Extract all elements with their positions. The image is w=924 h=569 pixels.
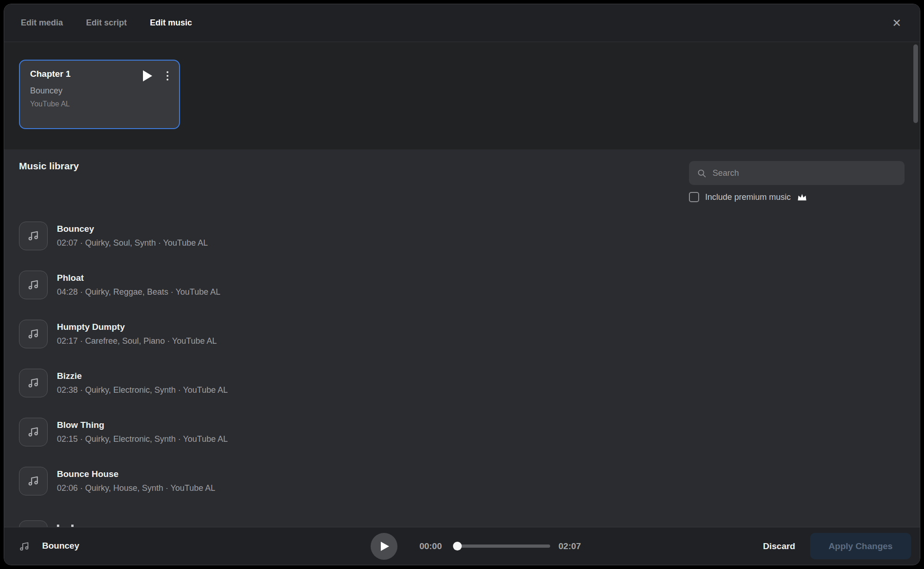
- track-list-item[interactable]: Bounce House 02:06 · Quirky, House, Synt…: [19, 467, 679, 495]
- chapter-track-name: Bouncey: [30, 86, 169, 96]
- track-subtitle: 02:07 · Quirky, Soul, Synth · YouTube AL: [57, 238, 208, 248]
- track-subtitle: 02:15 · Quirky, Electronic, Synth · YouT…: [57, 434, 228, 444]
- include-premium-checkbox[interactable]: [689, 192, 699, 202]
- track-thumbnail: [19, 467, 48, 495]
- tab-edit-music[interactable]: Edit music: [150, 18, 192, 28]
- track-thumbnail: [19, 520, 48, 527]
- chapter-card-selected[interactable]: Chapter 1 Bouncey YouTube AL: [19, 60, 180, 129]
- track-subtitle: 04:28 · Quirky, Reggae, Beats · YouTube …: [57, 287, 220, 297]
- music-note-icon: [18, 540, 31, 553]
- track-list-item[interactable]: Bouncey 02:07 · Quirky, Soul, Synth · Yo…: [19, 222, 679, 250]
- partial-track-row[interactable]: [19, 520, 74, 527]
- track-list-item[interactable]: Bizzie 02:38 · Quirky, Electronic, Synth…: [19, 369, 679, 397]
- music-note-icon: [26, 425, 40, 439]
- apply-changes-button[interactable]: Apply Changes: [810, 533, 911, 559]
- seek-slider[interactable]: [455, 544, 550, 548]
- dialog-header: Edit media Edit script Edit music ✕: [4, 4, 920, 42]
- player-play-button[interactable]: [371, 533, 397, 560]
- crown-icon: [797, 192, 807, 202]
- music-library-section: Music library Include premium music: [4, 149, 920, 527]
- music-library-heading: Music library: [19, 161, 79, 172]
- track-thumbnail: [19, 320, 48, 348]
- music-note-icon: [26, 376, 40, 390]
- track-subtitle: 02:17 · Carefree, Soul, Piano · YouTube …: [57, 336, 217, 346]
- slider-thumb[interactable]: [453, 542, 462, 550]
- tab-edit-media[interactable]: Edit media: [21, 18, 63, 28]
- track-title: Phloat: [57, 273, 220, 283]
- track-title: Blow Thing: [57, 420, 228, 430]
- search-box[interactable]: [689, 161, 905, 185]
- now-playing-title: Bouncey: [42, 541, 79, 551]
- discard-button[interactable]: Discard: [758, 527, 800, 565]
- music-note-icon: [26, 474, 40, 488]
- track-thumbnail: [19, 369, 48, 397]
- include-premium-label: Include premium music: [705, 192, 791, 202]
- scrollbar-thumb[interactable]: [913, 44, 918, 123]
- chapter-attribution: YouTube AL: [30, 100, 169, 108]
- track-subtitle: 02:06 · Quirky, House, Synth · YouTube A…: [57, 483, 215, 493]
- track-thumbnail: [19, 418, 48, 446]
- search-icon: [697, 168, 707, 178]
- track-list-item[interactable]: Phloat 04:28 · Quirky, Reggae, Beats · Y…: [19, 271, 679, 299]
- chapter-section: Chapter 1 Bouncey YouTube AL: [4, 43, 920, 149]
- track-list-item[interactable]: Blow Thing 02:15 · Quirky, Electronic, S…: [19, 418, 679, 446]
- edit-music-dialog: Edit media Edit script Edit music ✕ Chap…: [4, 4, 920, 565]
- kebab-menu-icon[interactable]: [162, 68, 173, 84]
- premium-filter-row: Include premium music: [689, 192, 905, 202]
- track-thumbnail: [19, 222, 48, 250]
- play-icon: [380, 541, 390, 551]
- chapter-play-button[interactable]: [140, 69, 154, 83]
- tab-bar: Edit media Edit script Edit music: [21, 18, 192, 28]
- music-note-icon: [26, 229, 40, 243]
- total-duration: 02:07: [558, 541, 581, 551]
- track-title: Bounce House: [57, 469, 215, 479]
- tab-edit-script[interactable]: Edit script: [86, 18, 127, 28]
- track-list-item[interactable]: Humpty Dumpty 02:17 · Carefree, Soul, Pi…: [19, 320, 679, 348]
- track-title: Humpty Dumpty: [57, 322, 217, 332]
- search-input[interactable]: [713, 168, 897, 178]
- track-thumbnail: [19, 271, 48, 299]
- search-cluster: Include premium music: [689, 161, 905, 202]
- track-subtitle: 02:38 · Quirky, Electronic, Synth · YouT…: [57, 385, 228, 395]
- elapsed-time: 00:00: [410, 541, 442, 551]
- track-title: Bouncey: [57, 224, 208, 234]
- play-icon: [142, 70, 153, 82]
- close-icon[interactable]: ✕: [890, 16, 903, 31]
- track-list: Bouncey 02:07 · Quirky, Soul, Synth · Yo…: [19, 222, 679, 516]
- music-note-icon: [26, 327, 40, 341]
- music-note-icon: [26, 278, 40, 292]
- player-bar: Bouncey 00:00 02:07 Discard Apply Change…: [4, 527, 920, 565]
- track-title: Bizzie: [57, 371, 228, 381]
